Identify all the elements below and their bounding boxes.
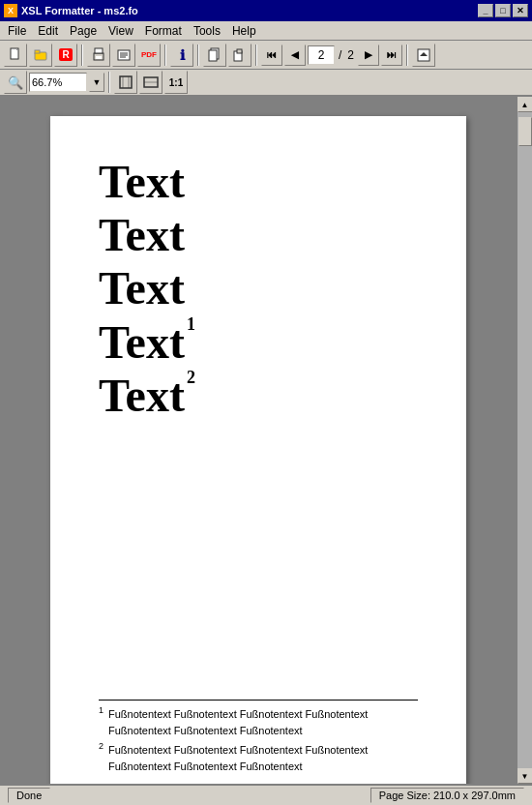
zoom-toolbar: 🔍 66.7% ▼ 1:1	[0, 70, 532, 97]
footnote-2: 2 Fußnotentext Fußnotentext Fußnotentext…	[99, 742, 418, 774]
svg-rect-3	[35, 50, 40, 53]
zoom-dropdown-button[interactable]: ▼	[89, 73, 104, 92]
status-bar: Done Page Size: 210.0 x 297.0mm	[0, 784, 532, 805]
refresh-button[interactable]: R	[54, 44, 77, 67]
export-button[interactable]	[412, 44, 435, 67]
menu-page[interactable]: Page	[64, 21, 103, 40]
svg-rect-17	[120, 76, 132, 88]
text-line-5: Text 2	[99, 369, 418, 422]
footnote-1: 1 Fußnotentext Fußnotentext Fußnotentext…	[99, 706, 418, 738]
text-content-3: Text	[99, 261, 185, 314]
text-line-1: Text	[99, 155, 418, 208]
main-area: Text Text Text Text 1 Text 2	[0, 97, 532, 784]
new-button[interactable]	[4, 44, 27, 67]
close-button[interactable]: ✕	[513, 4, 528, 17]
minimize-button[interactable]: _	[478, 4, 493, 17]
menu-tools[interactable]: Tools	[188, 21, 226, 40]
toolbar-separator-3	[197, 45, 199, 66]
footnote-text-1: Fußnotentext Fußnotentext Fußnotentext F…	[108, 706, 418, 738]
zoom-value: 66.7%	[32, 76, 62, 88]
zoom-in-icon[interactable]: 🔍	[4, 71, 27, 94]
superscript-2: 2	[187, 369, 195, 386]
first-page-button[interactable]: ⏮	[261, 45, 282, 66]
app-icon: X	[4, 4, 17, 17]
menu-edit[interactable]: Edit	[32, 21, 64, 40]
text-content-1: Text	[99, 155, 185, 208]
copy-button[interactable]	[203, 44, 226, 67]
text-content-5: Text	[99, 369, 185, 422]
print-preview-button[interactable]	[112, 44, 135, 67]
paste-button[interactable]	[228, 44, 251, 67]
toolbar-separator-2	[164, 45, 166, 66]
window-controls: _ □ ✕	[478, 4, 528, 17]
text-line-4: Text 1	[99, 315, 418, 369]
text-line-2: Text	[99, 208, 418, 261]
menu-file[interactable]: File	[2, 21, 32, 40]
vertical-scrollbar[interactable]: ▲ ▼	[517, 97, 532, 784]
scroll-up-button[interactable]: ▲	[517, 97, 533, 112]
footnote-text-2: Fußnotentext Fußnotentext Fußnotentext F…	[108, 742, 418, 774]
fit-width-button[interactable]	[139, 71, 163, 94]
info-button[interactable]: ℹ	[170, 44, 193, 67]
page-content: Text Text Text Text 1 Text 2	[99, 155, 418, 700]
window-title: XSL Formatter - ms2.fo	[21, 5, 138, 16]
last-page-button[interactable]: ⏭	[381, 45, 402, 66]
page-separator: /	[337, 48, 343, 62]
svg-rect-6	[96, 56, 102, 59]
total-pages: 2	[345, 48, 356, 62]
document-area: Text Text Text Text 1 Text 2	[0, 97, 517, 784]
menu-bar: File Edit Page View Format Tools Help	[0, 21, 532, 41]
text-line-3: Text	[99, 261, 418, 314]
superscript-1: 1	[187, 315, 195, 333]
text-content-2: Text	[99, 208, 185, 261]
scroll-down-button[interactable]: ▼	[517, 768, 533, 784]
svg-rect-5	[95, 48, 103, 53]
title-bar: X XSL Formatter - ms2.fo _ □ ✕	[0, 0, 532, 21]
print-pdf-button[interactable]: PDF	[137, 44, 161, 67]
prev-page-button[interactable]: ◀	[284, 45, 306, 66]
svg-rect-12	[209, 50, 217, 61]
scroll-track[interactable]	[517, 112, 533, 768]
current-page-input[interactable]: 2	[308, 45, 335, 65]
footnote-number-2: 2	[99, 742, 106, 751]
footnote-number-1: 1	[99, 706, 106, 715]
toolbar-separator-1	[81, 45, 83, 66]
footnote-area: 1 Fußnotentext Fußnotentext Fußnotentext…	[99, 700, 418, 774]
page-size-info: Page Size: 210.0 x 297.0mm	[370, 788, 524, 803]
zoom-display: 66.7%	[29, 73, 87, 92]
open-button[interactable]	[29, 44, 52, 67]
menu-format[interactable]: Format	[139, 21, 188, 40]
actual-size-button[interactable]: 1:1	[164, 71, 188, 94]
svg-rect-14	[237, 49, 242, 53]
toolbar-separator-5	[406, 45, 408, 66]
document-page: Text Text Text Text 1 Text 2	[50, 116, 466, 784]
print-button[interactable]	[87, 44, 110, 67]
maximize-button[interactable]: □	[495, 4, 511, 17]
next-page-button[interactable]: ▶	[358, 45, 379, 66]
status-message: Done	[8, 788, 50, 803]
text-content-4: Text	[99, 315, 185, 369]
toolbar-separator-4	[255, 45, 257, 66]
menu-view[interactable]: View	[103, 21, 139, 40]
menu-help[interactable]: Help	[226, 21, 262, 40]
fit-page-button[interactable]	[114, 71, 137, 94]
zoom-separator	[108, 72, 110, 93]
scroll-thumb[interactable]	[518, 117, 532, 146]
main-toolbar: R PDF ℹ ⏮ ◀ 2 / 2 ▶ ⏭	[0, 41, 532, 70]
